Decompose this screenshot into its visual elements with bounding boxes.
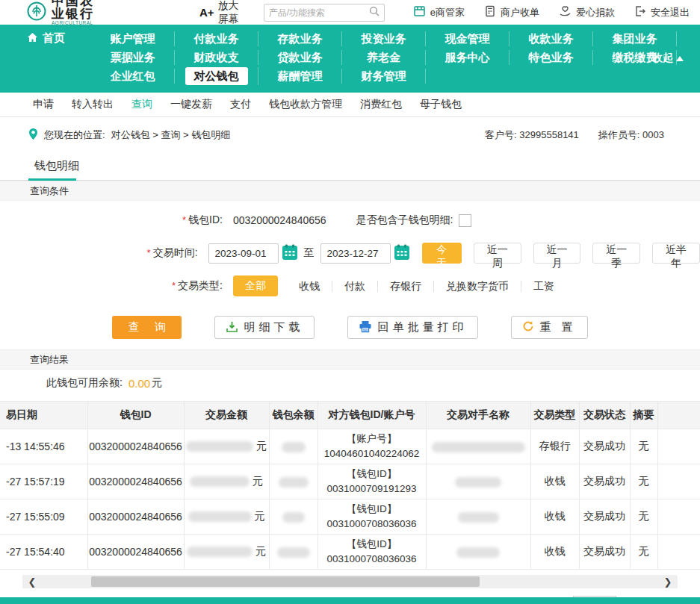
cell-counterparty-id: 【钱包ID】0031000708036036 — [318, 535, 426, 570]
col-wallet-balance: 钱包余额 — [269, 402, 318, 429]
nav-item-loan[interactable]: 贷款业务 — [258, 50, 342, 65]
pos-icon — [484, 5, 496, 19]
scroll-right-icon[interactable]: ❯ — [658, 576, 678, 588]
breadcrumb: 您现在的位置: 对公钱包 > 查询 > 钱包明细 — [28, 128, 230, 143]
nav-item-deposit[interactable]: 存款业务 — [258, 31, 342, 46]
customer-no-value: 32995558141 — [519, 129, 579, 140]
nav-item-account-mgmt[interactable]: 账户管理 — [91, 31, 175, 46]
wallet-id-row: *钱包ID: 0032000024840656 是否包含子钱包明细: — [120, 204, 700, 237]
link-e-merchant[interactable]: e商管家 — [413, 5, 465, 19]
action-buttons: 查 询 明细下载 回单批量打印 重 置 — [0, 316, 700, 339]
download-detail-button[interactable]: 明细下载 — [214, 316, 315, 339]
col-amount: 交易金额 — [184, 402, 269, 429]
operator-no-label: 操作员号: — [598, 129, 640, 140]
type-pay-button[interactable]: 付款 — [332, 281, 377, 292]
type-salary-button[interactable]: 工资 — [521, 281, 566, 292]
top-header: 中国农业银行 AGRICULTURAL BANK OF CHINA A+ 放大屏… — [0, 0, 700, 25]
table-row: -27 15:55:09 0032000024840656 元 【钱包ID】00… — [0, 499, 700, 535]
cell-tx-type: 收钱 — [530, 535, 579, 570]
search-icon[interactable] — [369, 6, 380, 19]
range-today-button[interactable]: 今天 — [422, 243, 462, 264]
cell-tx-status: 交易成功 — [579, 464, 630, 499]
nav-collapse-button[interactable]: 收起 — [652, 52, 684, 65]
nav-item-pension[interactable]: 养老金 — [342, 50, 426, 65]
screen-zoom-control[interactable]: A+ 放大屏幕 — [199, 0, 243, 26]
type-exchange-digital-currency-button[interactable]: 兑换数字货币 — [433, 281, 521, 292]
nav-item-corporate-wallet[interactable]: 对公钱包 — [175, 67, 258, 85]
top-links: e商管家 商户收单 爱心捐款 安全退出 — [413, 5, 690, 19]
date-from-calendar-icon[interactable] — [282, 244, 298, 262]
date-to-input[interactable] — [320, 243, 391, 264]
nav-item-fiscal[interactable]: 财政收支 — [175, 50, 258, 65]
query-results-header: 查询结果 — [0, 349, 700, 370]
reset-icon — [522, 320, 534, 334]
redacted-name — [455, 477, 501, 488]
range-week-button[interactable]: 近一周 — [474, 243, 521, 264]
batch-print-receipt-button[interactable]: 回单批量打印 — [347, 316, 478, 339]
logout-icon — [634, 5, 646, 19]
nav-item-investment[interactable]: 投资业务 — [342, 31, 426, 46]
tab-wallet-detail[interactable]: 钱包明细 — [28, 155, 85, 180]
subnav-consume-redpacket[interactable]: 消费红包 — [360, 98, 402, 111]
cell-balance — [269, 464, 318, 499]
subnav-transfer[interactable]: 转入转出 — [72, 98, 114, 111]
subnav-payee-mgmt[interactable]: 钱包收款方管理 — [269, 98, 342, 111]
link-safe-exit[interactable]: 安全退出 — [634, 5, 690, 19]
balance-label: 此钱包可用余额: — [46, 376, 123, 390]
home-icon — [27, 32, 38, 45]
scrollbar-track[interactable] — [42, 575, 658, 588]
scrollbar-thumb[interactable] — [91, 576, 480, 587]
table-header-row: 易日期 钱包ID 交易金额 钱包余额 对方钱包ID/账户号 交易对手名称 交易类… — [0, 402, 700, 429]
link-merchant-acquiring[interactable]: 商户收单 — [484, 5, 539, 19]
date-to-calendar-icon[interactable] — [394, 244, 410, 262]
nav-item-payment[interactable]: 付款业务 — [175, 31, 258, 46]
nav-item-finance-mgmt[interactable]: 财务管理 — [342, 69, 426, 84]
range-quarter-button[interactable]: 近一季 — [592, 243, 640, 264]
subnav-apply[interactable]: 申请 — [33, 98, 54, 111]
query-button[interactable]: 查 询 — [112, 316, 182, 339]
page: 中国农业银行 AGRICULTURAL BANK OF CHINA A+ 放大屏… — [0, 0, 700, 604]
cell-summary: 无 — [630, 464, 657, 499]
subnav-query[interactable]: 查询 — [131, 98, 152, 111]
type-receive-button[interactable]: 收钱 — [287, 281, 332, 292]
cell-wallet-id: 0032000024840656 — [87, 499, 184, 535]
table-row: -27 15:54:40 0032000024840656 元 【钱包ID】00… — [0, 535, 700, 570]
type-all-button[interactable]: 全部 — [233, 275, 278, 296]
heart-hand-icon — [559, 5, 572, 19]
subnav-parent-child-wallet[interactable]: 母子钱包 — [420, 98, 462, 111]
nav-item-collection[interactable]: 收款业务 — [509, 31, 593, 46]
search-input[interactable] — [269, 7, 369, 18]
zoom-a-plus: A+ — [199, 6, 214, 19]
subnav-pay[interactable]: 支付 — [230, 98, 251, 111]
scroll-left-icon[interactable]: ❮ — [22, 576, 42, 588]
nav-item-group-business[interactable]: 集团业务 — [593, 31, 677, 46]
nav-item-service-center[interactable]: 服务中心 — [426, 50, 509, 65]
nav-item-bill-business[interactable]: 票据业务 — [91, 50, 175, 65]
wallet-id-value: 0032000024840656 — [233, 214, 326, 226]
nav-item-featured[interactable]: 特色业务 — [509, 50, 593, 65]
subnav-one-key-salary[interactable]: 一键发薪 — [170, 98, 212, 111]
cell-tx-type: 存银行 — [530, 429, 579, 464]
redacted-amount — [190, 476, 250, 487]
link-charity-donation[interactable]: 爱心捐款 — [559, 5, 615, 19]
include-sub-wallet-checkbox[interactable] — [459, 214, 471, 227]
range-month-button[interactable]: 近一月 — [533, 243, 581, 264]
cell-tx-type: 收钱 — [530, 499, 579, 535]
nav-home[interactable]: 首页 — [27, 31, 91, 46]
horizontal-scrollbar: ❮ ❯ — [22, 575, 678, 588]
range-half-year-button[interactable]: 近半年 — [652, 243, 700, 264]
location-pin-icon — [28, 128, 38, 143]
reset-button[interactable]: 重 置 — [511, 316, 587, 339]
nav-item-corporate-redpacket[interactable]: 企业红包 — [91, 69, 175, 84]
cell-date: -27 15:55:09 — [0, 499, 87, 535]
download-icon — [226, 320, 238, 335]
bank-name: 中国农业银行 — [52, 0, 106, 20]
nav-item-cash-mgmt[interactable]: 现金管理 — [426, 31, 509, 46]
nav-item-salary-mgmt[interactable]: 薪酬管理 — [258, 69, 342, 84]
cell-counterparty-name — [426, 499, 530, 535]
session-info: 客户号: 32995558141 操作员号: 0003 — [485, 128, 664, 142]
redacted-balance — [279, 477, 309, 488]
date-from-input[interactable] — [208, 243, 279, 264]
main-nav: 首页 账户管理 付款业务 存款业务 投资业务 现金管理 收款业务 集团业务 票据… — [0, 25, 700, 93]
type-deposit-bank-button[interactable]: 存银行 — [377, 281, 433, 292]
